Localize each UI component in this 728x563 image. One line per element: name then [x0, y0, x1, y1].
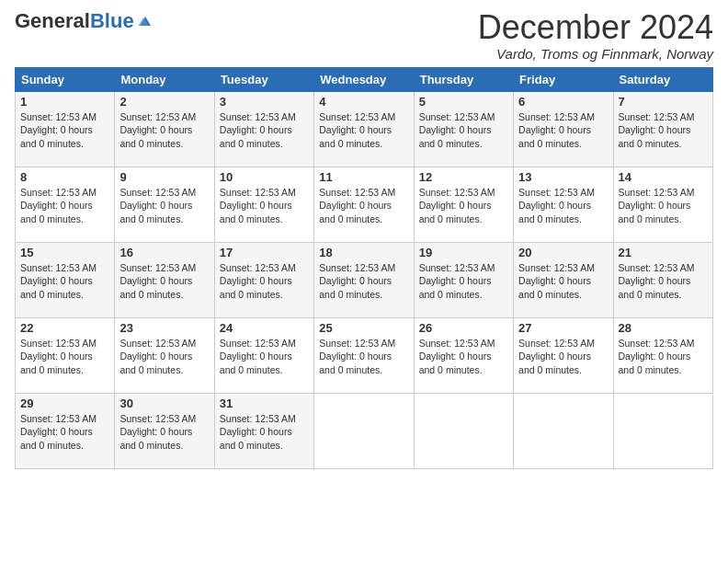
day-number: 15 [20, 246, 109, 259]
day-info: Sunset: 12:53 AM Daylight: 0 hours and 0… [220, 261, 309, 302]
col-wednesday: Wednesday [314, 67, 414, 91]
day-info: Sunset: 12:53 AM Daylight: 0 hours and 0… [20, 186, 109, 226]
day-number: 6 [518, 95, 608, 109]
table-row: 16Sunset: 12:53 AM Daylight: 0 hours and… [115, 242, 214, 317]
day-number: 16 [119, 246, 209, 259]
table-row: 19Sunset: 12:53 AM Daylight: 0 hours and… [414, 242, 513, 317]
day-info: Sunset: 12:53 AM Daylight: 0 hours and 0… [319, 337, 408, 377]
col-thursday: Thursday [414, 67, 513, 91]
day-number: 29 [20, 396, 109, 410]
table-row: 5Sunset: 12:53 AM Daylight: 0 hours and … [414, 91, 513, 167]
day-number: 2 [119, 95, 209, 109]
day-number: 30 [119, 396, 209, 410]
day-number: 5 [419, 95, 508, 109]
day-info: Sunset: 12:53 AM Daylight: 0 hours and 0… [20, 337, 109, 377]
day-info: Sunset: 12:53 AM Daylight: 0 hours and 0… [220, 110, 309, 151]
logo-blue: Blue [90, 9, 134, 33]
day-info: Sunset: 12:53 AM Daylight: 0 hours and 0… [319, 261, 408, 302]
week-row-4: 22Sunset: 12:53 AM Daylight: 0 hours and… [16, 317, 713, 393]
table-row: 1Sunset: 12:53 AM Daylight: 0 hours and … [16, 91, 115, 167]
day-info: Sunset: 12:53 AM Daylight: 0 hours and 0… [20, 261, 109, 302]
day-info: Sunset: 12:53 AM Daylight: 0 hours and 0… [518, 186, 608, 226]
logo-area: GeneralBlue [15, 9, 153, 33]
table-row: 23Sunset: 12:53 AM Daylight: 0 hours and… [115, 317, 214, 393]
day-info: Sunset: 12:53 AM Daylight: 0 hours and 0… [20, 412, 109, 453]
table-row: 2Sunset: 12:53 AM Daylight: 0 hours and … [115, 91, 214, 167]
day-info: Sunset: 12:53 AM Daylight: 0 hours and 0… [220, 186, 309, 226]
day-info: Sunset: 12:53 AM Daylight: 0 hours and 0… [419, 337, 508, 377]
table-row: 29Sunset: 12:53 AM Daylight: 0 hours and… [16, 393, 115, 468]
day-info: Sunset: 12:53 AM Daylight: 0 hours and 0… [518, 261, 608, 302]
day-info: Sunset: 12:53 AM Daylight: 0 hours and 0… [419, 261, 508, 302]
title-area: December 2024 Vardo, Troms og Finnmark, … [478, 9, 713, 62]
day-info: Sunset: 12:53 AM Daylight: 0 hours and 0… [119, 186, 209, 226]
day-info: Sunset: 12:53 AM Daylight: 0 hours and 0… [419, 110, 508, 151]
logo-general: General [15, 9, 90, 33]
table-row: 11Sunset: 12:53 AM Daylight: 0 hours and… [314, 167, 414, 242]
day-info: Sunset: 12:53 AM Daylight: 0 hours and 0… [619, 337, 708, 377]
day-info: Sunset: 12:53 AM Daylight: 0 hours and 0… [220, 337, 309, 377]
calendar-table: Sunday Monday Tuesday Wednesday Thursday… [15, 67, 713, 469]
day-info: Sunset: 12:53 AM Daylight: 0 hours and 0… [119, 412, 209, 453]
table-row: 28Sunset: 12:53 AM Daylight: 0 hours and… [613, 317, 712, 393]
day-number: 4 [319, 95, 408, 109]
table-row: 7Sunset: 12:53 AM Daylight: 0 hours and … [613, 91, 712, 167]
table-row: 14Sunset: 12:53 AM Daylight: 0 hours and… [613, 167, 712, 242]
day-number: 22 [20, 321, 109, 335]
day-number: 20 [518, 246, 608, 259]
day-number: 21 [619, 246, 708, 259]
day-info: Sunset: 12:53 AM Daylight: 0 hours and 0… [518, 110, 608, 151]
table-row: 9Sunset: 12:53 AM Daylight: 0 hours and … [115, 167, 214, 242]
day-info: Sunset: 12:53 AM Daylight: 0 hours and 0… [619, 261, 708, 302]
col-sunday: Sunday [16, 67, 115, 91]
table-row: 4Sunset: 12:53 AM Daylight: 0 hours and … [314, 91, 414, 167]
table-row: 25Sunset: 12:53 AM Daylight: 0 hours and… [314, 317, 414, 393]
table-row: 8Sunset: 12:53 AM Daylight: 0 hours and … [16, 167, 115, 242]
week-row-5: 29Sunset: 12:53 AM Daylight: 0 hours and… [16, 393, 713, 468]
calendar-page: GeneralBlue December 2024 Vardo, Troms o… [0, 0, 728, 563]
day-number: 14 [619, 170, 708, 184]
day-number: 13 [518, 170, 608, 184]
day-number: 27 [518, 321, 608, 335]
day-number: 31 [220, 396, 309, 410]
day-info: Sunset: 12:53 AM Daylight: 0 hours and 0… [419, 186, 508, 226]
day-info: Sunset: 12:53 AM Daylight: 0 hours and 0… [20, 110, 109, 151]
day-number: 1 [20, 95, 109, 109]
day-number: 8 [20, 170, 109, 184]
day-number: 11 [319, 170, 408, 184]
day-info: Sunset: 12:53 AM Daylight: 0 hours and 0… [319, 110, 408, 151]
table-row: 26Sunset: 12:53 AM Daylight: 0 hours and… [414, 317, 513, 393]
day-number: 9 [119, 170, 209, 184]
day-number: 24 [220, 321, 309, 335]
week-row-2: 8Sunset: 12:53 AM Daylight: 0 hours and … [16, 167, 713, 242]
table-row: 24Sunset: 12:53 AM Daylight: 0 hours and… [214, 317, 313, 393]
day-info: Sunset: 12:53 AM Daylight: 0 hours and 0… [119, 110, 209, 151]
table-row [314, 393, 414, 468]
table-row: 27Sunset: 12:53 AM Daylight: 0 hours and… [514, 317, 613, 393]
day-info: Sunset: 12:53 AM Daylight: 0 hours and 0… [319, 186, 408, 226]
day-number: 7 [619, 95, 708, 109]
header-row: Sunday Monday Tuesday Wednesday Thursday… [16, 67, 713, 91]
day-number: 10 [220, 170, 309, 184]
table-row: 13Sunset: 12:53 AM Daylight: 0 hours and… [514, 167, 613, 242]
week-row-3: 15Sunset: 12:53 AM Daylight: 0 hours and… [16, 242, 713, 317]
col-friday: Friday [514, 67, 613, 91]
day-number: 17 [220, 246, 309, 259]
table-row: 3Sunset: 12:53 AM Daylight: 0 hours and … [214, 91, 313, 167]
day-number: 18 [319, 246, 408, 259]
day-info: Sunset: 12:53 AM Daylight: 0 hours and 0… [220, 412, 309, 453]
day-number: 3 [220, 95, 309, 109]
table-row [414, 393, 513, 468]
col-tuesday: Tuesday [214, 67, 313, 91]
col-monday: Monday [115, 67, 214, 91]
table-row: 20Sunset: 12:53 AM Daylight: 0 hours and… [514, 242, 613, 317]
table-row: 10Sunset: 12:53 AM Daylight: 0 hours and… [214, 167, 313, 242]
day-info: Sunset: 12:53 AM Daylight: 0 hours and 0… [619, 110, 708, 151]
day-number: 23 [119, 321, 209, 335]
table-row: 6Sunset: 12:53 AM Daylight: 0 hours and … [514, 91, 613, 167]
day-info: Sunset: 12:53 AM Daylight: 0 hours and 0… [119, 337, 209, 377]
table-row: 15Sunset: 12:53 AM Daylight: 0 hours and… [16, 242, 115, 317]
day-info: Sunset: 12:53 AM Daylight: 0 hours and 0… [619, 186, 708, 226]
day-number: 19 [419, 246, 508, 259]
table-row: 12Sunset: 12:53 AM Daylight: 0 hours and… [414, 167, 513, 242]
